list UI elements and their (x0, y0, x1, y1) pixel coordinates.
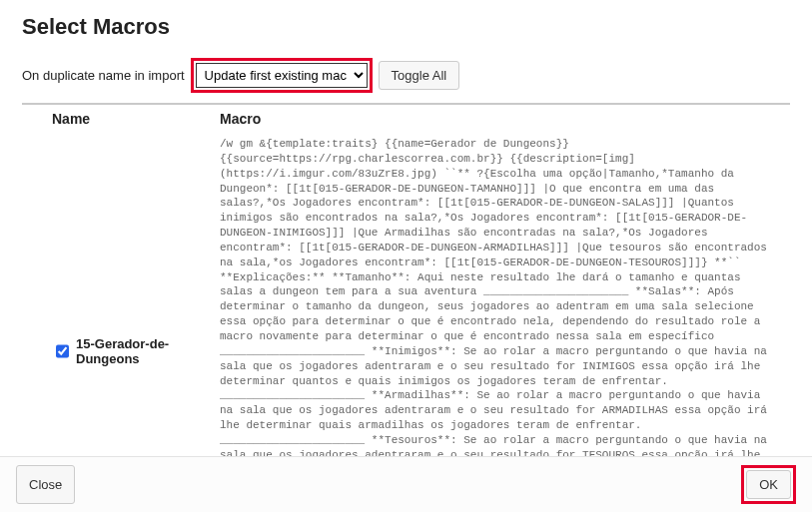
duplicate-select[interactable]: Update first existing macro with n (196, 63, 368, 88)
duplicate-label: On duplicate name in import (22, 68, 185, 83)
col-header-macro: Macro (220, 111, 790, 127)
table-row: 15-Gerador-de-Dungeons /w gm &{template:… (22, 133, 790, 512)
col-header-name: Name (52, 111, 220, 127)
row-name-label: 15-Gerador-de-Dungeons (76, 336, 220, 366)
row-checkbox[interactable] (56, 344, 69, 358)
dialog-footer: Close OK (0, 456, 812, 512)
close-button[interactable]: Close (16, 465, 75, 504)
ok-button[interactable]: OK (746, 470, 791, 499)
macro-table: Name Macro 15-Gerador-de-Dungeons /w gm … (22, 103, 790, 512)
toggle-all-button[interactable]: Toggle All (379, 61, 460, 90)
duplicate-select-highlight: Update first existing macro with n (191, 58, 373, 93)
dialog-title: Select Macros (22, 14, 790, 40)
ok-button-highlight: OK (741, 465, 796, 504)
table-header-row: Name Macro (22, 105, 790, 133)
